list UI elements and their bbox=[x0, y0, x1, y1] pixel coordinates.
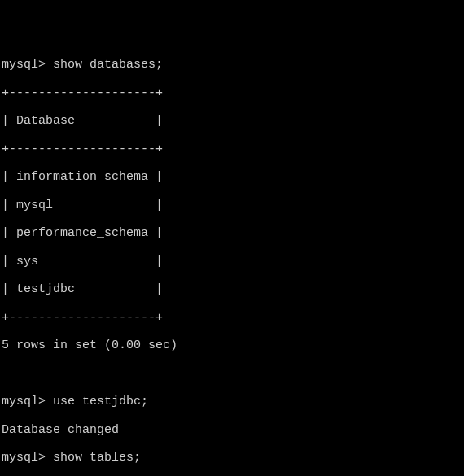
mysql-prompt: mysql> bbox=[2, 58, 53, 72]
table-row: | information_schema | bbox=[2, 170, 462, 184]
blank-line bbox=[2, 367, 462, 381]
prompt-line-2: mysql> use testjdbc; bbox=[2, 395, 462, 408]
db-changed-msg: Database changed bbox=[2, 423, 462, 437]
command-use-testjdbc: use testjdbc; bbox=[53, 395, 148, 408]
mysql-prompt: mysql> bbox=[2, 395, 53, 408]
prompt-line-3: mysql> show tables; bbox=[2, 451, 462, 465]
table-row: | testjdbc | bbox=[2, 282, 462, 296]
table-row: | mysql | bbox=[2, 199, 462, 212]
table-row: | performance_schema | bbox=[2, 226, 462, 240]
table-row: | sys | bbox=[2, 255, 462, 269]
prompt-line-1: mysql> show databases; bbox=[2, 58, 462, 72]
command-show-tables: show tables; bbox=[53, 451, 141, 465]
result-summary: 5 rows in set (0.00 sec) bbox=[2, 338, 462, 352]
table-header: | Database | bbox=[2, 114, 462, 128]
mysql-prompt: mysql> bbox=[2, 451, 53, 465]
table-border: +--------------------+ bbox=[2, 142, 462, 156]
table-border: +--------------------+ bbox=[2, 86, 462, 100]
table-border: +--------------------+ bbox=[2, 311, 462, 325]
command-show-databases: show databases; bbox=[53, 58, 163, 72]
